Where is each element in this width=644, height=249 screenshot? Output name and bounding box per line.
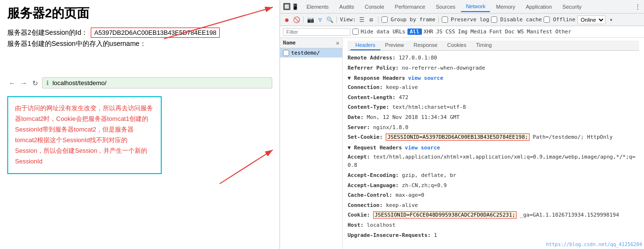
record-button[interactable]: ● bbox=[283, 16, 291, 24]
rqh-host: Host: localhost bbox=[348, 221, 639, 230]
toolbar-sep-2 bbox=[336, 16, 337, 23]
filter-font[interactable]: Font bbox=[490, 29, 503, 35]
filter-manifest[interactable]: Manifest bbox=[527, 29, 552, 35]
close-detail-button[interactable]: ✕ bbox=[336, 40, 339, 46]
item-checkbox[interactable] bbox=[283, 50, 289, 56]
toolbar-sep-4 bbox=[438, 16, 439, 23]
filter-ws[interactable]: WS bbox=[518, 29, 524, 35]
view-list-icon[interactable]: ☰ bbox=[358, 16, 365, 24]
set-cookie-highlighted: JSESSIONID=A5397DB2D6AC00EB13B43E5D784EE… bbox=[386, 133, 529, 141]
view-label: View: bbox=[340, 16, 356, 23]
address-bar: ← → ↻ ℹ localhost/testdemo/ bbox=[7, 77, 272, 88]
detail-tabs: Headers Preview Response Cookies Timing bbox=[348, 41, 639, 51]
throttle-select[interactable]: Online bbox=[577, 15, 605, 24]
device-icon[interactable]: 📱 bbox=[292, 3, 299, 10]
rh-set-cookie: Set-Cookie: JSESSIONID=A5397DB2D6AC00EB1… bbox=[348, 133, 639, 142]
screenshot-button[interactable]: 📷 bbox=[307, 16, 314, 24]
rqh-accept-encoding: Accept-Encoding: gzip, deflate, br bbox=[348, 171, 639, 180]
rh-content-length: Content-Length: 472 bbox=[348, 93, 639, 102]
filter-other[interactable]: Other bbox=[555, 29, 571, 35]
detail-tab-response[interactable]: Response bbox=[409, 41, 443, 50]
disable-cache-checkbox[interactable] bbox=[491, 16, 497, 23]
offline-label: Offline bbox=[553, 16, 575, 23]
forward-button[interactable]: → bbox=[19, 78, 28, 88]
set-cookie-rest: Path=/testdemo/; HttpOnly bbox=[533, 134, 613, 140]
filter-js[interactable]: JS bbox=[436, 29, 442, 35]
network-main: Name ✕ testdemo/ Headers Preview Respons… bbox=[280, 38, 644, 249]
filter-img[interactable]: Img bbox=[458, 29, 468, 35]
group-frame-label: Group by frame bbox=[391, 16, 435, 23]
detail-tab-timing[interactable]: Timing bbox=[471, 41, 497, 50]
inspector-icon[interactable]: 🔲 bbox=[283, 3, 291, 10]
disable-cache-label: Disable cache bbox=[500, 16, 542, 23]
explanation-box: 由于访问的网址没有发生改变，所以再去访问服务器tomcat2时，Cookie会把… bbox=[7, 96, 162, 174]
filter-media[interactable]: Media bbox=[470, 29, 486, 35]
request-headers-title: ▼ Request Headers bbox=[348, 145, 402, 151]
response-view-source[interactable]: view source bbox=[408, 75, 443, 81]
group-frame-checkbox[interactable] bbox=[381, 16, 388, 23]
tab-console[interactable]: Console bbox=[360, 2, 389, 12]
response-headers-title: ▼ Response Headers bbox=[348, 75, 405, 81]
more-tabs-button[interactable]: ⋮ bbox=[634, 3, 641, 11]
refresh-button[interactable]: ↻ bbox=[30, 78, 40, 88]
filter-input[interactable] bbox=[283, 28, 350, 36]
session-id-box: A5397DB2D6AC00EB13B43E5D784EE198 bbox=[91, 28, 220, 38]
tab-memory[interactable]: Memory bbox=[491, 2, 520, 12]
view-table-icon[interactable]: ⊞ bbox=[367, 16, 375, 24]
search-button[interactable]: 🔍 bbox=[326, 16, 334, 24]
preserve-log-checkbox[interactable] bbox=[442, 16, 448, 23]
remote-address-row: Remote Address: 127.0.0.1:80 bbox=[348, 54, 639, 62]
watermark: https://blog.csdn.net/qq_41256204 bbox=[546, 242, 642, 247]
filter-bar: Hide data URLs All XHR JS CSS Img Media … bbox=[280, 26, 644, 38]
rqh-connection: Connection: keep-alive bbox=[348, 201, 639, 210]
page-title: 服务器2的页面 bbox=[7, 5, 272, 22]
name-col-label: Name bbox=[283, 40, 296, 46]
referrer-policy-key: Referrer Policy: bbox=[348, 65, 402, 71]
tab-application[interactable]: Application bbox=[521, 2, 557, 12]
toolbar-sep-1 bbox=[303, 16, 304, 23]
filter-types: XHR JS CSS Img Media Font Doc WS Manifes… bbox=[424, 29, 572, 35]
item-name: testdemo/ bbox=[291, 50, 320, 56]
session-line-1: 服务器2创建Session的Id： A5397DB2D6AC00EB13B43E… bbox=[7, 28, 272, 38]
hide-data-urls-checkbox[interactable] bbox=[352, 29, 359, 35]
rqh-accept-language: Accept-Language: zh-CN,zh;q=0.9 bbox=[348, 181, 639, 190]
all-badge[interactable]: All bbox=[407, 29, 422, 35]
request-view-source[interactable]: view source bbox=[405, 145, 440, 151]
tab-security[interactable]: Security bbox=[558, 2, 587, 12]
rqh-cookie: Cookie: JSESSIONID=FC6CE048D995938CADC2F… bbox=[348, 211, 639, 220]
preserve-log-label: Preserve log bbox=[451, 16, 489, 23]
session-line-2: 服务器1创建的Session中的存入的username： bbox=[7, 40, 272, 48]
filter-xhr[interactable]: XHR bbox=[424, 29, 434, 35]
session-prefix: 服务器2创建Session的Id： bbox=[7, 29, 88, 37]
rqh-cache-control: Cache-Control: max-age=0 bbox=[348, 191, 639, 200]
left-panel: 服务器2的页面 服务器2创建Session的Id： A5397DB2D6AC00… bbox=[0, 0, 280, 249]
back-button[interactable]: ← bbox=[7, 78, 17, 88]
lock-icon: ℹ bbox=[46, 79, 49, 87]
detail-tab-cookies[interactable]: Cookies bbox=[442, 41, 471, 50]
filter-css[interactable]: CSS bbox=[446, 29, 455, 35]
tab-elements[interactable]: Elements bbox=[302, 2, 334, 12]
rh-connection: Connection: keep-alive bbox=[348, 83, 639, 92]
filter-doc[interactable]: Doc bbox=[505, 29, 515, 35]
hide-data-urls-label: Hide data URLs bbox=[361, 29, 406, 35]
filter-button[interactable]: ▽ bbox=[316, 16, 324, 24]
rqh-upgrade: Upgrade-Insecure-Requests: 1 bbox=[348, 231, 639, 240]
dropdown-icon[interactable]: ▾ bbox=[607, 16, 615, 24]
tab-sources[interactable]: Sources bbox=[431, 2, 460, 12]
tab-performance[interactable]: Performance bbox=[390, 2, 430, 12]
detail-tab-headers[interactable]: Headers bbox=[350, 41, 380, 50]
detail-panel[interactable]: Headers Preview Response Cookies Timing … bbox=[343, 38, 644, 249]
cookie-rest: _ga=GA1.1.1026713934.1529998194 bbox=[520, 212, 619, 218]
tab-network[interactable]: Network bbox=[461, 1, 490, 12]
tab-audits[interactable]: Audits bbox=[335, 2, 359, 12]
name-header: Name ✕ bbox=[280, 38, 342, 48]
toolbar-sep-3 bbox=[378, 16, 378, 23]
detail-tab-preview[interactable]: Preview bbox=[380, 41, 409, 50]
offline-checkbox[interactable] bbox=[544, 16, 550, 23]
referrer-policy-val: no-referrer-when-downgrade bbox=[402, 65, 485, 71]
request-item-testdemo[interactable]: testdemo/ bbox=[280, 48, 342, 58]
clear-button[interactable]: 🚫 bbox=[293, 16, 300, 24]
address-input[interactable]: ℹ localhost/testdemo/ bbox=[42, 77, 272, 88]
referrer-policy-row: Referrer Policy: no-referrer-when-downgr… bbox=[348, 64, 639, 73]
devtools-toolbar: ● 🚫 📷 ▽ 🔍 View: ☰ ⊞ Group by frame Prese… bbox=[280, 14, 644, 26]
